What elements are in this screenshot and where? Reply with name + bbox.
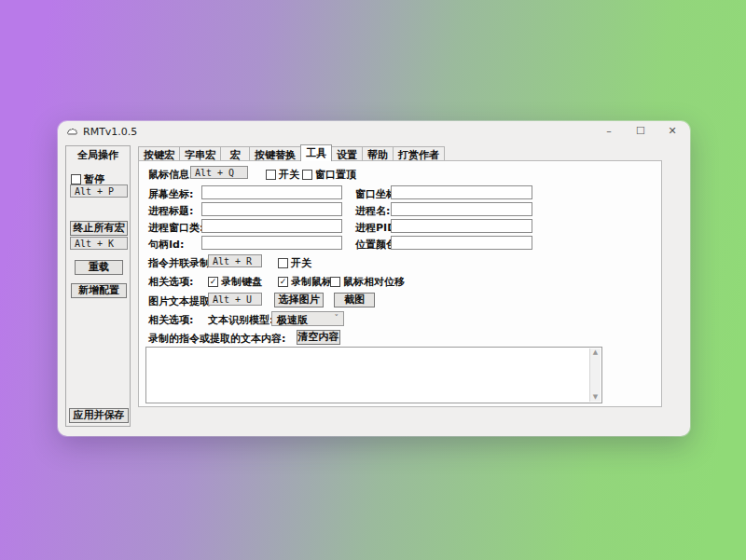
window-topmost-row[interactable]: 窗口置顶: [302, 168, 356, 182]
window-controls: – ☐ ✕: [602, 121, 679, 142]
record-keyboard-row[interactable]: 录制键盘: [208, 275, 262, 289]
window-title: RMTv1.0.5: [83, 126, 137, 138]
ocr-model-select[interactable]: 极速版 ˅: [271, 311, 344, 326]
record-label: 指令并联录制:: [148, 256, 214, 270]
tools-panel: 鼠标信息: Alt + Q 开关 窗口置顶 屏幕坐标: 窗口坐标: 进程标题: …: [138, 160, 662, 407]
record-switch-row[interactable]: 开关: [278, 256, 311, 270]
record-mouse-label: 录制鼠标: [291, 275, 332, 289]
mouse-relative-checkbox[interactable]: [330, 277, 340, 287]
process-name-input[interactable]: [391, 202, 532, 216]
maximize-button[interactable]: ☐: [634, 121, 647, 142]
global-actions-groupbox: 全局操作 暂停 Alt + P 终止所有宏 Alt + K 重载 新增配置 应用…: [65, 145, 131, 427]
global-actions-title: 全局操作: [66, 148, 130, 162]
mouse-info-hotkey-input[interactable]: Alt + Q: [190, 166, 248, 179]
window-coord-input[interactable]: [391, 185, 532, 199]
reload-button[interactable]: 重载: [75, 260, 123, 275]
tab-key-replace[interactable]: 按键替换: [249, 146, 301, 161]
position-color-input[interactable]: [391, 236, 532, 250]
record-keyboard-label: 录制键盘: [221, 275, 262, 289]
process-pid-input[interactable]: [391, 219, 532, 233]
mouse-relative-label: 鼠标相对位移: [343, 275, 405, 289]
tab-strip: 按键宏 字串宏 宏 按键替换 工具 设置 帮助 打赏作者: [138, 145, 444, 161]
process-class-label: 进程窗口类:: [148, 221, 203, 235]
process-title-label: 进程标题:: [148, 204, 193, 218]
record-switch-checkbox[interactable]: [278, 258, 288, 268]
record-switch-label: 开关: [291, 256, 311, 270]
scroll-up-icon[interactable]: ▲: [593, 348, 598, 357]
app-icon: [66, 126, 78, 138]
mouse-relative-row[interactable]: 鼠标相对位移: [330, 275, 405, 289]
apply-save-button[interactable]: 应用并保存: [69, 408, 129, 423]
record-mouse-checkbox[interactable]: [278, 277, 288, 287]
choose-image-button[interactable]: 选择图片: [274, 293, 324, 307]
record-mouse-row[interactable]: 录制鼠标: [278, 275, 332, 289]
handle-id-label: 句柄Id:: [148, 238, 184, 252]
ocr-model-value: 极速版: [277, 314, 308, 326]
mouse-info-switch-checkbox[interactable]: [266, 170, 276, 180]
record-keyboard-checkbox[interactable]: [208, 277, 218, 287]
ocr-label: 图片文本提取:: [148, 294, 214, 308]
output-label: 录制的指令或提取的文本内容:: [148, 332, 285, 346]
output-scrollbar[interactable]: ▲ ▼: [589, 348, 601, 402]
scroll-down-icon[interactable]: ▼: [593, 393, 598, 402]
pause-hotkey-input[interactable]: Alt + P: [70, 184, 128, 198]
tab-donate[interactable]: 打赏作者: [393, 146, 445, 161]
add-config-button[interactable]: 新增配置: [71, 283, 127, 298]
window-topmost-checkbox[interactable]: [302, 170, 312, 180]
close-button[interactable]: ✕: [666, 121, 679, 142]
title-bar: RMTv1.0.5 – ☐ ✕: [58, 121, 690, 142]
stop-hotkey-input[interactable]: Alt + K: [70, 237, 128, 250]
mouse-info-switch-row[interactable]: 开关: [266, 168, 299, 182]
pause-checkbox[interactable]: [71, 174, 81, 184]
window-topmost-label: 窗口置顶: [315, 168, 356, 182]
minimize-button[interactable]: –: [602, 121, 615, 142]
tab-string-macro[interactable]: 字串宏: [179, 146, 221, 161]
app-window: RMTv1.0.5 – ☐ ✕ 全局操作 暂停 Alt + P 终止所有宏 Al…: [58, 121, 690, 436]
ocr-hotkey-input[interactable]: Alt + U: [208, 293, 262, 306]
process-title-input[interactable]: [201, 202, 342, 216]
record-hotkey-input[interactable]: Alt + R: [208, 254, 262, 267]
mouse-info-switch-label: 开关: [279, 168, 299, 182]
ocr-model-label: 文本识别模型:: [208, 313, 273, 327]
process-class-input[interactable]: [201, 219, 342, 233]
chevron-down-icon: ˅: [335, 313, 339, 322]
screenshot-button[interactable]: 截图: [334, 293, 375, 307]
tab-settings[interactable]: 设置: [331, 146, 363, 161]
tab-macro[interactable]: 宏: [220, 146, 250, 161]
tab-key-macro[interactable]: 按键宏: [138, 146, 180, 161]
tab-help[interactable]: 帮助: [362, 146, 394, 161]
record-options-label: 相关选项:: [148, 275, 193, 289]
handle-id-input[interactable]: [201, 236, 342, 250]
output-textarea[interactable]: ▲ ▼: [145, 347, 602, 403]
screen-coord-label: 屏幕坐标:: [148, 187, 193, 201]
stop-all-macros-button[interactable]: 终止所有宏: [70, 221, 128, 236]
screen-coord-input[interactable]: [201, 185, 342, 199]
mouse-info-label: 鼠标信息:: [148, 168, 193, 182]
tab-tools[interactable]: 工具: [300, 144, 332, 161]
clear-content-button[interactable]: 清空内容: [297, 330, 340, 345]
process-name-label: 进程名:: [355, 204, 390, 218]
ocr-options-label: 相关选项:: [148, 313, 193, 327]
